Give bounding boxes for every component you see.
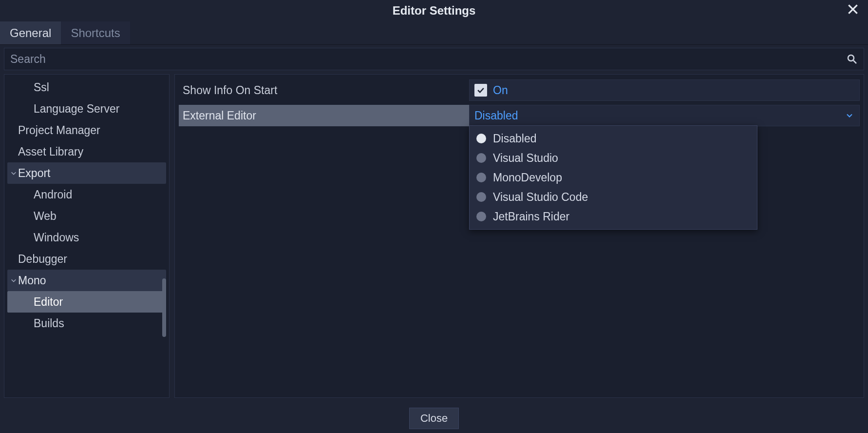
footer: Close: [0, 404, 868, 433]
dropdown-option-label: Visual Studio Code: [493, 191, 588, 204]
tree-item-label: Project Manager: [18, 124, 100, 137]
tree-item-label: Debugger: [18, 253, 67, 266]
editor-settings-window: Editor Settings General Shortcuts Ssl La…: [0, 0, 868, 433]
tree-item-builds[interactable]: Builds: [7, 313, 166, 334]
dropdown-option-jetbrains-rider[interactable]: JetBrains Rider: [470, 207, 757, 226]
body: Ssl Language Server Project Manager Asse…: [0, 74, 868, 404]
search-input[interactable]: [10, 53, 846, 66]
tree-item-asset-library[interactable]: Asset Library: [7, 141, 166, 162]
setting-show-info-on-start-checkbox[interactable]: On: [469, 79, 860, 101]
tree-item-label: Ssl: [34, 81, 49, 94]
dropdown-option-label: JetBrains Rider: [493, 210, 569, 223]
tree-item-ssl[interactable]: Ssl: [7, 77, 166, 98]
tree-item-windows[interactable]: Windows: [7, 227, 166, 248]
search-row: [4, 48, 864, 70]
chevron-down-icon: [845, 111, 854, 120]
tree-item-label: Builds: [34, 317, 64, 330]
radio-icon: [476, 134, 486, 143]
tree-item-mono[interactable]: Mono: [7, 270, 166, 291]
tab-general[interactable]: General: [0, 21, 61, 44]
tree-item-language-server[interactable]: Language Server: [7, 98, 166, 119]
close-icon[interactable]: [847, 3, 861, 18]
tree-item-label: Asset Library: [18, 145, 83, 158]
chevron-down-icon: [9, 277, 18, 284]
dropdown-option-label: Visual Studio: [493, 152, 558, 165]
chevron-down-icon: [9, 170, 18, 177]
window-title: Editor Settings: [393, 4, 476, 18]
radio-icon: [476, 153, 486, 163]
radio-icon: [476, 212, 486, 221]
check-icon: [474, 84, 487, 97]
dropdown-option-visual-studio[interactable]: Visual Studio: [470, 148, 757, 168]
close-button[interactable]: Close: [409, 408, 459, 429]
tree-item-project-manager[interactable]: Project Manager: [7, 119, 166, 141]
external-editor-dropdown-popup: Disabled Visual Studio MonoDevelop Visua…: [469, 125, 757, 230]
tree-item-label: Windows: [34, 231, 79, 244]
tree-item-label: Android: [34, 188, 72, 201]
tree-item-label: Language Server: [34, 102, 119, 116]
setting-external-editor-dropdown[interactable]: Disabled: [469, 105, 860, 126]
settings-panel: Show Info On Start On External Editor Di…: [174, 74, 864, 398]
tree-item-web[interactable]: Web: [7, 205, 166, 227]
tree-item-export[interactable]: Export: [7, 162, 166, 184]
setting-external-editor: External Editor Disabled: [179, 103, 860, 128]
category-tree-panel: Ssl Language Server Project Manager Asse…: [4, 74, 170, 398]
tree-item-label: Web: [34, 210, 57, 223]
tree-item-label: Editor: [34, 295, 63, 309]
tabs: General Shortcuts: [0, 21, 868, 45]
setting-label: Show Info On Start: [179, 79, 469, 101]
tree-item-android[interactable]: Android: [7, 184, 166, 205]
tree-scrollbar[interactable]: [162, 278, 166, 337]
tree-item-editor[interactable]: Editor: [7, 291, 166, 313]
tab-shortcuts[interactable]: Shortcuts: [61, 21, 130, 44]
titlebar: Editor Settings: [0, 0, 868, 21]
tree-item-label: Export: [18, 167, 50, 180]
dropdown-option-visual-studio-code[interactable]: Visual Studio Code: [470, 187, 757, 207]
tree-item-label: Mono: [18, 274, 46, 287]
setting-label: External Editor: [179, 105, 469, 126]
category-tree: Ssl Language Server Project Manager Asse…: [4, 75, 169, 336]
dropdown-option-monodevelop[interactable]: MonoDevelop: [470, 168, 757, 187]
dropdown-option-label: MonoDevelop: [493, 171, 562, 184]
dropdown-selected-value: Disabled: [474, 109, 845, 122]
radio-icon: [476, 173, 486, 182]
setting-show-info-on-start: Show Info On Start On: [179, 78, 860, 103]
checkbox-state-label: On: [493, 84, 508, 97]
settings-list: Show Info On Start On External Editor Di…: [175, 75, 864, 131]
svg-point-2: [848, 55, 854, 61]
dropdown-option-disabled[interactable]: Disabled: [470, 129, 757, 148]
radio-icon: [476, 192, 486, 202]
dropdown-option-label: Disabled: [493, 132, 537, 145]
search-icon[interactable]: [846, 53, 858, 65]
svg-line-3: [853, 60, 856, 63]
tree-item-debugger[interactable]: Debugger: [7, 248, 166, 270]
